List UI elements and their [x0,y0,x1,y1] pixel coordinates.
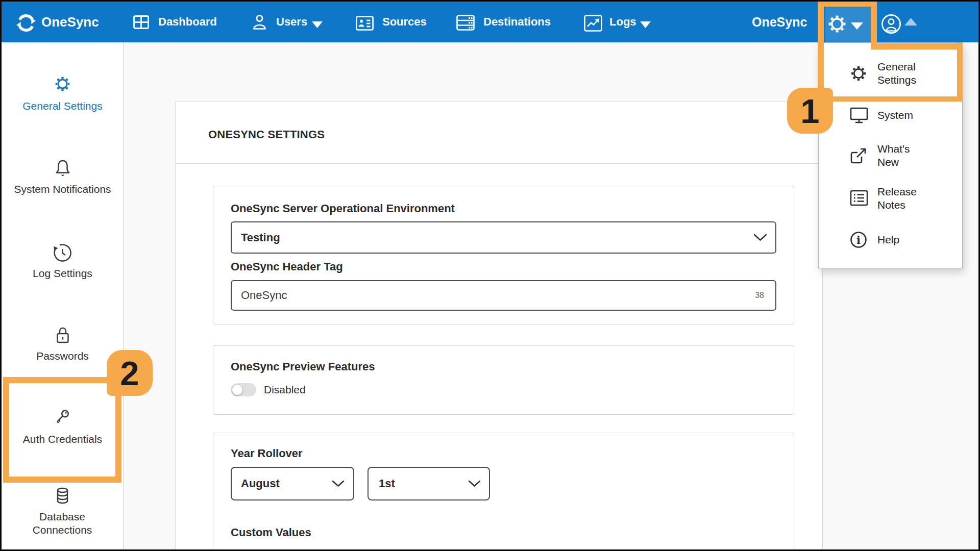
environment-label: OneSync Server Operational Environment [231,202,455,215]
nav-item-destinations[interactable]: Destinations [483,2,551,42]
logs-icon [584,15,602,32]
navbar-right-title: OneSync [752,2,807,42]
monitor-icon [850,107,867,124]
database-icon [2,486,124,505]
sidebar-item-system-notifications[interactable]: System Notifications [2,183,124,196]
header-tag-input[interactable]: OneSync 38 [231,280,776,311]
menu-item-general-settings[interactable]: General Settings [819,59,963,88]
brand-title: OneSync [41,2,99,42]
app-screen: OneSync Dashboard Users [0,0,980,551]
annotation1-top-bar [818,2,877,7]
svg-text:i: i [856,234,861,246]
custom-values-label: Custom Values [231,526,311,539]
help-icon: i [850,231,867,248]
rollover-month-value: August [241,477,280,490]
menu-item-system[interactable]: System [819,101,963,130]
annotation2-box [3,377,121,483]
sidebar-item-passwords[interactable]: Passwords [2,349,124,363]
annotation1-gear-right-bar [871,2,877,49]
annotation-step-1-badge: 1 [787,88,833,134]
menu-item-label: System [877,109,932,122]
logs-caret-down-icon [640,21,651,28]
settings-gear-icon[interactable] [827,14,847,34]
header-tag-label: OneSync Header Tag [231,260,343,273]
sidebar-item-database-connections[interactable]: Database Connections [19,510,106,537]
destinations-icon [456,15,475,31]
toggle-knob [232,384,243,395]
users-caret-down-icon [312,21,323,28]
menu-item-label: Help [877,233,932,246]
menu-item-whats-new[interactable]: What's New [819,141,963,170]
annotation-step-2-number: 2 [120,354,139,393]
nav-item-logs[interactable]: Logs [609,2,636,42]
rollover-day-chevron-icon [468,480,481,487]
menu-item-label: Release Notes [877,185,932,212]
preview-features-group [213,345,794,415]
nav-item-dashboard[interactable]: Dashboard [158,2,217,42]
annotation-step-2-badge: 2 [107,350,153,396]
release-notes-icon [850,190,867,207]
menu-item-help[interactable]: i Help [819,226,963,254]
preview-features-label: OneSync Preview Features [231,360,375,373]
onesync-logo-icon [13,10,39,36]
environment-select-value: Testing [241,231,280,244]
preview-features-toggle[interactable] [231,383,256,396]
lock-icon [2,326,124,345]
history-icon [2,243,124,262]
header-tag-value: OneSync [241,289,287,302]
account-caret-up-icon[interactable] [904,18,917,26]
sidebar-item-log-settings[interactable]: Log Settings [2,267,124,280]
menu-gear-icon [850,65,867,82]
sidebar-gear-icon [2,76,124,92]
page-title: ONESYNC SETTINGS [208,102,325,164]
sidebar-item-general-settings[interactable]: General Settings [2,99,124,113]
key-icon [2,407,124,426]
settings-caret-down-icon[interactable] [851,22,863,30]
menu-item-label: General Settings [877,60,932,87]
users-icon [251,14,268,31]
header-tag-char-count: 38 [755,291,764,300]
nav-item-users[interactable]: Users [276,2,307,42]
environment-select[interactable]: Testing [231,221,776,254]
bell-icon [2,159,124,178]
rollover-month-chevron-icon [332,480,345,487]
annotation1-left-bar [818,2,824,102]
settings-dropdown-menu: General Settings System What's New [818,42,963,268]
annotation-step-1-number: 1 [800,91,819,131]
menu-item-release-notes[interactable]: Release Notes [819,184,963,213]
dashboard-icon [133,15,149,29]
menu-item-label: What's New [877,142,932,169]
account-avatar-icon[interactable] [880,13,902,35]
environment-select-chevron-icon [753,234,767,241]
annotation1-menu-top-bar [871,43,963,49]
annotation1-menu-bottom-bar [818,96,963,102]
top-navbar: OneSync Dashboard Users [2,2,978,42]
preview-features-state: Disabled [264,383,306,396]
rollover-day-value: 1st [379,477,395,490]
annotation1-menu-right-bar [957,43,963,102]
year-rollover-label: Year Rollover [231,447,303,460]
external-link-icon [850,147,867,164]
nav-item-sources[interactable]: Sources [382,2,427,42]
sidebar-item-auth-credentials[interactable]: Auth Credentials [2,433,124,446]
sources-icon [356,16,374,31]
